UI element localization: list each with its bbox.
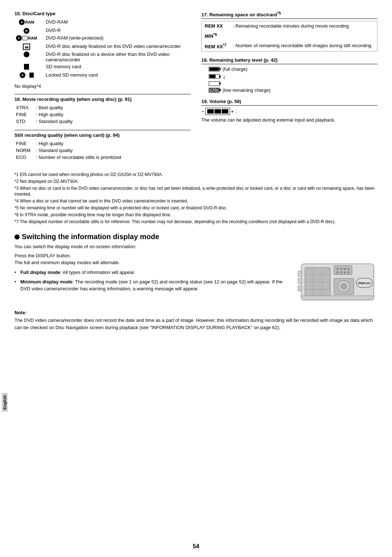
switching-section: Switching the information display mode Y… (15, 233, 377, 331)
full-alternate-text: The full and minimum display modes will … (15, 260, 290, 265)
footnote-2: *2 Not displayed on DZ-MV730A. (15, 179, 377, 185)
still-desc-norm: : Standard quality (34, 147, 191, 154)
rem-desc-3: : Number of remaining recordable still i… (230, 41, 377, 52)
table-row: REM XX : Remaining recordable minutes du… (202, 21, 377, 31)
volume-plus-sign: + (231, 108, 234, 114)
switching-title: Switching the information display mode (15, 233, 377, 241)
footnote-6: *6 In XTRA mode, possible recording time… (15, 212, 377, 218)
quality-label-std: STD (15, 118, 34, 125)
footnote-text-1: EIS cannot be used when recording photos… (20, 172, 163, 177)
table-row: STD : Standard quality (15, 118, 191, 125)
switching-camera-image: DISPLAY (298, 253, 377, 305)
table-row: → Locked SD memory card (15, 71, 191, 80)
still-section-title: Still recording quality (when using card… (15, 132, 191, 138)
rem-desc-2 (230, 30, 377, 41)
page-content: 15. Disc/Card type RAM (15, 11, 377, 331)
disc-desc-r: DVD-R (44, 27, 191, 34)
disc-card-table: RAM DVD-RAM R (15, 19, 191, 80)
footnote-text-3: When no disc or card is in the DVD video… (15, 186, 375, 197)
footnote-1: *1 EIS cannot be used when recording pho… (15, 172, 377, 178)
switching-intro: You can switch the display mode of on-sc… (15, 244, 377, 249)
footnote-3: *3 When no disc or card is in the DVD vi… (15, 185, 377, 198)
footnote-text-2: Not displayed on DZ-MV730A. (20, 179, 79, 184)
svg-point-8 (336, 268, 339, 270)
svg-point-12 (336, 271, 339, 274)
battery-row-empty (209, 81, 377, 86)
bullet-full-display: Full display mode: All types of informat… (15, 269, 290, 276)
switching-text-col: Press the DISPLAY button. The full and m… (15, 253, 290, 295)
footnote-4: *4 When a disc or card that cannot be us… (15, 198, 377, 204)
disc-desc-circle-filled: DVD-R disc finalized on a device other t… (44, 51, 191, 63)
still-desc-fine: : High quality (34, 140, 191, 147)
bullet-circle-icon (15, 234, 20, 239)
section-15: 15. Disc/Card type RAM (15, 11, 191, 89)
battery-icon-empty (209, 81, 220, 86)
table-row: SD memory card (15, 63, 191, 71)
svg-rect-21 (298, 271, 302, 277)
section-17: 17. Remaining space on disc/card*5 REM X… (201, 11, 377, 52)
footnote-text-7: The displayed number of recordable still… (20, 219, 335, 224)
battery-label-low: (low remaining charge) (222, 87, 270, 93)
footnote-7: *7 The displayed number of recordable st… (15, 219, 377, 225)
vol-seg-3 (222, 109, 228, 114)
battery-icon-full (209, 67, 220, 71)
svg-point-15 (347, 271, 350, 274)
svg-rect-23 (298, 286, 302, 291)
battery-row-full: (full charge) (209, 66, 377, 72)
section-18-title: 18. Remaining battery level (p. 42) (201, 57, 377, 64)
svg-rect-7 (334, 266, 352, 275)
table-row: → RAM DVD-RAM (write-protected) (15, 34, 191, 43)
disc-desc-finalized-cam: DVD-R disc already finalized on this DVD… (44, 43, 191, 51)
still-label-eco: ECO (15, 154, 34, 161)
volume-bar (205, 108, 230, 115)
disc-icon-r: R (15, 27, 38, 34)
battery-level-display: (full charge) ↓ (209, 66, 377, 93)
switching-body: Press the DISPLAY button. The full and m… (15, 253, 377, 305)
table-row: R DVD-R (15, 27, 191, 34)
quality-label-xtra: XTRA (15, 104, 34, 111)
page-number: 54 (193, 543, 199, 550)
left-col: 15. Disc/Card type RAM (15, 11, 191, 166)
footnote-text-6: In XTRA mode, possible recording time ma… (20, 212, 172, 217)
svg-point-11 (347, 268, 350, 270)
table-row: REM XX*7 : Number of remaining recordabl… (202, 41, 377, 52)
section-16-title: 16. Movie recording quality (when using … (15, 97, 191, 102)
still-quality-table: FINE : High quality NORM : Standard qual… (15, 140, 191, 161)
rem-desc-1: : Remaining recordable minutes during mo… (230, 21, 377, 31)
top-two-col: 15. Disc/Card type RAM (15, 11, 377, 166)
quality-label-fine: FINE (15, 111, 34, 118)
vol-seg-2 (215, 109, 221, 114)
table-row: MIN*6 (202, 30, 377, 41)
section-19: 19. Volume (p. 58) − + : The volume can … (201, 99, 377, 124)
disc-desc-sd: SD memory card (44, 63, 191, 71)
footnote-ref-2: *2 (15, 179, 20, 184)
quality-desc-xtra: : Best quality (34, 104, 191, 111)
rem-label-1: REM XX (202, 21, 230, 31)
section-15-title: 15. Disc/Card type (15, 11, 191, 16)
volume-bar-container: − + : (201, 108, 377, 115)
bullet-minimum-display: Minimum display mode: The recording mode… (15, 278, 290, 292)
svg-text:DISPLAY: DISPLAY (358, 282, 371, 285)
language-label: English (2, 393, 8, 412)
battery-arrow-down: ↓ (222, 73, 226, 80)
footnote-ref-5: *5 (15, 205, 20, 210)
footnote-ref-1: *1 (15, 172, 20, 177)
battery-row-half: ↓ (209, 73, 377, 80)
disc-icon-sd (15, 63, 38, 71)
vol-seg-1 (207, 109, 214, 114)
footnote-ref-6: *6 (15, 212, 20, 217)
still-label-norm: NORM (15, 147, 34, 154)
still-section: Still recording quality (when using card… (15, 130, 191, 161)
volume-minus-sign: − (201, 108, 205, 114)
disc-desc-ram: DVD-RAM (44, 19, 191, 27)
footnote-5: *5 No remaining time or number will be d… (15, 205, 377, 211)
no-display-text: No display*4 (15, 83, 191, 89)
table-row: ECO : Number of recordable stills is pri… (15, 154, 191, 161)
table-row: FINE : High quality (15, 111, 191, 118)
section-17-title: 17. Remaining space on disc/card*5 (201, 11, 377, 19)
quality-desc-fine: : High quality (34, 111, 191, 118)
svg-point-13 (340, 271, 342, 274)
footnote-ref-4: *4 (15, 198, 20, 204)
svg-rect-24 (301, 296, 374, 300)
section-18: 18. Remaining battery level (p. 42) (ful… (201, 57, 377, 93)
